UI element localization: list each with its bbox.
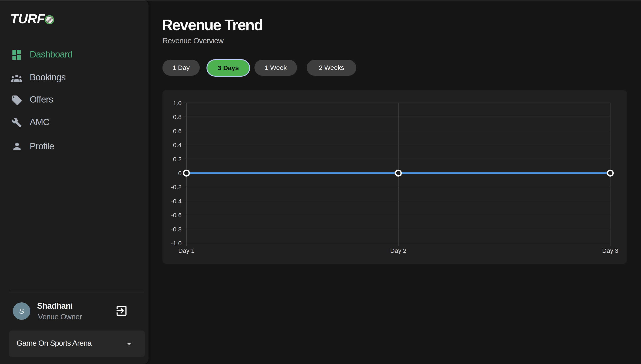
svg-text:0.6: 0.6 <box>173 128 182 134</box>
svg-text:-0.8: -0.8 <box>171 226 182 233</box>
svg-text:1.0: 1.0 <box>173 100 182 106</box>
svg-text:Day 3: Day 3 <box>602 247 618 254</box>
svg-text:0.4: 0.4 <box>173 142 182 148</box>
svg-text:-1.0: -1.0 <box>171 240 182 247</box>
svg-text:-0.2: -0.2 <box>171 184 182 190</box>
svg-text:0: 0 <box>178 170 182 176</box>
svg-text:0.2: 0.2 <box>173 156 182 162</box>
svg-text:Day 2: Day 2 <box>390 247 406 254</box>
svg-text:-0.4: -0.4 <box>171 198 182 205</box>
svg-text:Day 1: Day 1 <box>178 247 194 254</box>
svg-text:-0.6: -0.6 <box>171 212 182 218</box>
svg-text:0.8: 0.8 <box>173 114 182 120</box>
